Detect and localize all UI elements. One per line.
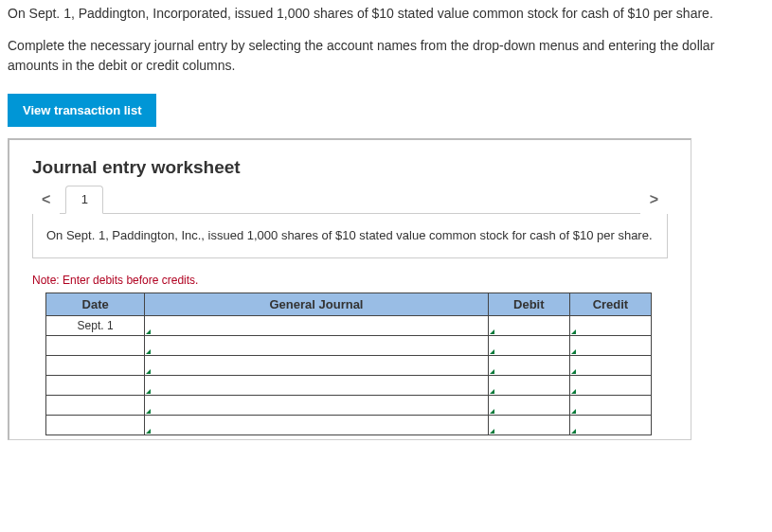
debit-cell[interactable] [488, 336, 569, 356]
account-dropdown[interactable] [145, 336, 489, 356]
debit-cell[interactable] [488, 396, 569, 416]
account-dropdown[interactable] [145, 416, 489, 435]
table-row [46, 356, 652, 376]
table-row: Sept. 1 [46, 316, 652, 336]
date-cell[interactable] [46, 336, 145, 356]
debit-cell[interactable] [488, 316, 569, 336]
table-row [46, 336, 652, 356]
note-debits-before-credits: Note: Enter debits before credits. [32, 274, 668, 287]
credit-cell[interactable] [569, 376, 651, 396]
worksheet-title: Journal entry worksheet [32, 157, 668, 178]
credit-cell[interactable] [569, 416, 651, 435]
table-row [46, 416, 652, 435]
chevron-left-icon[interactable]: < [32, 186, 60, 214]
date-cell[interactable] [46, 416, 145, 435]
header-credit: Credit [569, 293, 651, 316]
journal-entry-table: Date General Journal Debit Credit Sept. … [45, 293, 652, 435]
view-transaction-list-button[interactable]: View transaction list [8, 94, 156, 127]
tab-1[interactable]: 1 [65, 186, 103, 214]
credit-cell[interactable] [569, 336, 651, 356]
date-cell[interactable] [46, 396, 145, 416]
journal-worksheet-panel: Journal entry worksheet < 1 > On Sept. 1… [8, 138, 691, 440]
account-dropdown[interactable] [145, 396, 489, 416]
header-debit: Debit [488, 293, 569, 316]
account-dropdown[interactable] [145, 316, 489, 336]
table-row [46, 376, 652, 396]
date-cell[interactable] [46, 356, 145, 376]
credit-cell[interactable] [569, 356, 651, 376]
credit-cell[interactable] [569, 396, 651, 416]
date-cell[interactable] [46, 376, 145, 396]
date-cell[interactable]: Sept. 1 [46, 316, 145, 336]
table-row [46, 396, 652, 416]
header-date: Date [46, 293, 145, 316]
header-general-journal: General Journal [145, 293, 489, 316]
debit-cell[interactable] [488, 376, 569, 396]
problem-paragraph-1: On Sept. 1, Paddington, Incorporated, is… [8, 4, 764, 23]
transaction-description: On Sept. 1, Paddington, Inc., issued 1,0… [32, 214, 668, 258]
credit-cell[interactable] [569, 316, 651, 336]
problem-paragraph-2: Complete the necessary journal entry by … [8, 36, 764, 75]
account-dropdown[interactable] [145, 376, 489, 396]
debit-cell[interactable] [488, 356, 569, 376]
debit-cell[interactable] [488, 416, 569, 435]
chevron-right-icon[interactable]: > [640, 186, 668, 214]
account-dropdown[interactable] [145, 356, 489, 376]
